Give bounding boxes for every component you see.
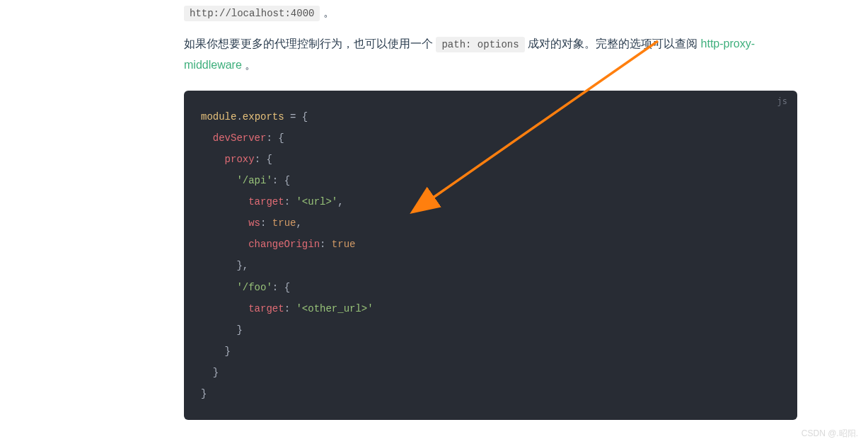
inline-code-suffix: 。 <box>320 6 334 18</box>
para-pre: 如果你想要更多的代理控制行为，也可以使用一个 <box>184 38 436 50</box>
para-mid: 成对的对象。完整的选项可以查阅 <box>525 38 701 50</box>
para-suffix: 。 <box>242 59 256 71</box>
watermark: CSDN @.昭阳. <box>802 428 858 440</box>
inline-code-path-options: path: options <box>436 37 524 52</box>
inline-code-line: http://localhost:4000 。 <box>184 6 797 21</box>
code-language-label: js <box>777 96 787 106</box>
code-content: module.exports = { devServer: { proxy: {… <box>201 106 780 404</box>
inline-code: http://localhost:4000 <box>184 6 320 21</box>
paragraph: 如果你想要更多的代理控制行为，也可以使用一个 path: options 成对的… <box>184 33 797 76</box>
code-block: js module.exports = { devServer: { proxy… <box>184 91 797 420</box>
